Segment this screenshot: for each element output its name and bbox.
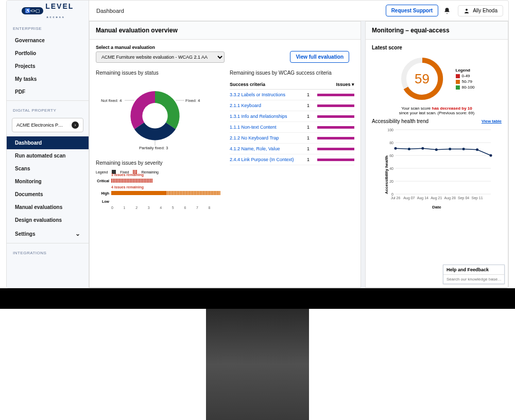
- wcag-bar: [317, 126, 354, 129]
- accessibility-icon: ♿<>▢: [22, 7, 44, 14]
- wcag-count: 1: [307, 146, 317, 151]
- status-donut-chart: Fixed: 4 Not fixed: 4 Partially fixed: 3: [96, 80, 214, 157]
- wcag-link[interactable]: 2.4.4 Link Purpose (In Context): [230, 157, 307, 162]
- svg-text:60: 60: [389, 154, 393, 157]
- sidebar-item-projects[interactable]: Projects: [7, 60, 89, 73]
- view-full-evaluation-button[interactable]: View full evaluation: [290, 51, 349, 63]
- sidebar-item-portfolio[interactable]: Portfolio: [7, 47, 89, 60]
- user-menu[interactable]: Ally Ehoda: [458, 5, 503, 16]
- help-title: Help and Feedback: [443, 265, 504, 275]
- bell-icon[interactable]: [443, 7, 451, 14]
- sidebar-item-manual-evaluations[interactable]: Manual evaluations: [7, 201, 89, 214]
- severity-high-label: High: [96, 191, 111, 195]
- help-feedback-widget[interactable]: Help and Feedback: [443, 265, 505, 284]
- svg-text:Aug 21: Aug 21: [431, 196, 442, 200]
- manual-panel-title: Manual evaluation overview: [90, 22, 360, 40]
- sidebar-item-monitoring[interactable]: Monitoring: [7, 175, 89, 188]
- sidebar-heading-property: DIGITAL PROPERTY: [7, 103, 89, 116]
- svg-text:40: 40: [389, 167, 393, 170]
- eval-select-label: Select a manual evaluation: [96, 45, 225, 50]
- wcag-link[interactable]: 1.1.1 Non-text Content: [230, 125, 307, 130]
- wcag-row: 4.1.2 Name, Role, Value1: [230, 144, 354, 154]
- chevron-down-icon: ⌄: [75, 230, 80, 237]
- sidebar: ENTERPRISE GovernancePortfolioProjectsMy…: [7, 21, 89, 288]
- trend-title: Accessibility health trend: [372, 118, 428, 124]
- wcag-link[interactable]: 2.1.1 Keyboard: [230, 103, 307, 108]
- manual-evaluation-panel: Manual evaluation overview Select a manu…: [89, 21, 361, 288]
- wcag-bar: [317, 137, 354, 139]
- svg-text:20: 20: [389, 180, 393, 183]
- sidebar-heading-enterprise: ENTERPRISE: [7, 21, 89, 34]
- wcag-count: 1: [307, 135, 317, 141]
- svg-text:Aug 14: Aug 14: [417, 196, 428, 200]
- sidebar-item-documents[interactable]: Documents: [7, 188, 89, 201]
- help-search-input[interactable]: [443, 275, 504, 284]
- property-selector[interactable]: ACME Electronics P… ›: [12, 118, 83, 132]
- score-change-message: Your scan score has decreased by 10 sinc…: [372, 106, 502, 115]
- wcag-row: 3.3.2 Labels or Instructions1: [230, 90, 354, 100]
- wcag-link[interactable]: 3.3.2 Labels or Instructions: [230, 92, 307, 97]
- score-legend: Legend 0-49 50-79 80-100: [456, 67, 475, 91]
- sidebar-item-settings[interactable]: Settings⌄: [7, 226, 89, 241]
- svg-text:Aug 28: Aug 28: [444, 196, 456, 200]
- wcag-bar: [317, 159, 354, 161]
- score-value: 59: [415, 71, 430, 87]
- severity-high-count: 4 issues remaining: [111, 185, 144, 189]
- wcag-bar: [317, 115, 354, 118]
- brand-logo: ♿<>▢ LEVEL access: [7, 1, 89, 21]
- wcag-count: 1: [307, 125, 317, 130]
- severity-section-title: Remaining issues by severity: [96, 160, 220, 166]
- wcag-link[interactable]: 1.3.1 Info and Relationships: [230, 114, 307, 119]
- evaluation-select[interactable]: ACME Furniture website evaluation - WCAG…: [96, 51, 225, 63]
- svg-point-17: [394, 147, 397, 150]
- donut-label-notfixed: Not fixed: 4: [101, 98, 122, 103]
- user-icon: [464, 8, 470, 14]
- sidebar-heading-integrations: INTEGRATIONS: [7, 246, 89, 258]
- sidebar-item-pdf[interactable]: PDF: [7, 85, 89, 98]
- wcag-bar: [317, 148, 354, 150]
- trend-line-chart: Accessibility health 020406080100Jul 26A…: [380, 127, 493, 207]
- wcag-link[interactable]: 4.1.2 Name, Role, Value: [230, 146, 307, 151]
- wcag-count: 1: [307, 157, 317, 162]
- svg-point-19: [421, 147, 424, 150]
- svg-point-23: [476, 148, 478, 151]
- sidebar-item-my-tasks[interactable]: My tasks: [7, 73, 89, 85]
- wcag-row: 1.3.1 Info and Relationships1: [230, 111, 354, 122]
- sidebar-item-dashboard[interactable]: Dashboard: [7, 136, 89, 149]
- wcag-count: 1: [307, 114, 317, 119]
- svg-point-20: [435, 148, 438, 151]
- logo-subtext: access: [46, 15, 65, 19]
- severity-low-label: Low: [96, 200, 111, 203]
- wcag-row: 1.1.1 Non-text Content1: [230, 122, 354, 133]
- wcag-row: 2.1.1 Keyboard1: [230, 100, 354, 111]
- user-name: Ally Ehoda: [473, 8, 497, 13]
- logo-text: LEVEL: [45, 2, 74, 10]
- svg-text:Sep 11: Sep 11: [471, 196, 483, 200]
- svg-text:100: 100: [387, 128, 393, 132]
- severity-critical-label: Critical: [96, 179, 111, 183]
- svg-point-0: [466, 9, 468, 11]
- wcag-count: 1: [307, 103, 317, 108]
- chevron-right-icon: ›: [72, 121, 79, 129]
- score-gauge: 59: [399, 56, 445, 102]
- sort-desc-icon: ▾: [352, 82, 354, 87]
- svg-text:80: 80: [389, 141, 393, 145]
- sidebar-item-scans[interactable]: Scans: [7, 162, 89, 175]
- breadcrumb: Dashboard: [96, 8, 124, 14]
- wcag-link[interactable]: 2.1.2 No Keyboard Trap: [230, 135, 307, 141]
- svg-point-18: [408, 148, 410, 150]
- wcag-header-sc: Success criteria: [230, 82, 265, 87]
- view-table-link[interactable]: View table: [482, 119, 502, 124]
- svg-point-21: [449, 148, 451, 150]
- sidebar-item-run-automated-scan[interactable]: Run automated scan: [7, 149, 89, 162]
- sidebar-item-design-evaluations[interactable]: Design evaluations: [7, 214, 89, 226]
- wcag-header-issues[interactable]: Issues: [336, 82, 350, 87]
- svg-text:Sep 04: Sep 04: [458, 196, 469, 200]
- request-support-button[interactable]: Request Support: [386, 5, 439, 16]
- wcag-row: 2.1.2 No Keyboard Trap1: [230, 133, 354, 144]
- monitoring-panel: Monitoring – equal-access Latest score 5…: [365, 21, 508, 288]
- donut-label-fixed: Fixed: 4: [185, 98, 200, 103]
- wcag-section-title: Remaining issues by WCAG success criteri…: [230, 70, 354, 76]
- svg-text:0: 0: [391, 192, 393, 196]
- sidebar-item-governance[interactable]: Governance: [7, 34, 89, 47]
